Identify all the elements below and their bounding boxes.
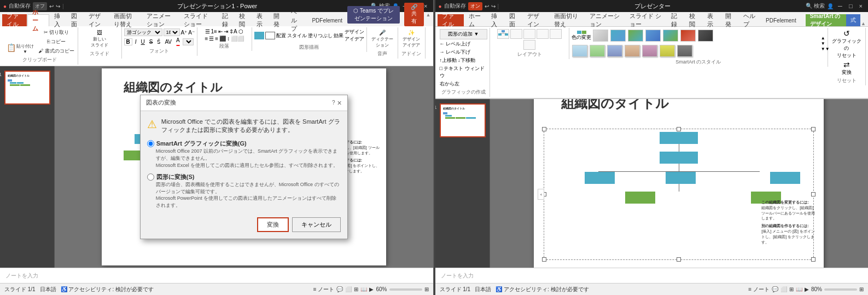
right-notes-btn[interactable]: ≡ ノート bbox=[748, 286, 770, 293]
sa-mid-node[interactable] bbox=[660, 152, 698, 164]
right-comments-btn[interactable]: 💬 bbox=[772, 286, 778, 292]
font-size-select[interactable]: 18 bbox=[164, 28, 180, 36]
ribbon-collapse-btn[interactable]: ▲ bbox=[426, 12, 431, 18]
color-change-btn[interactable]: 色の変更 bbox=[572, 31, 591, 41]
tab-transition-left[interactable]: 画面切り替え bbox=[109, 14, 142, 26]
bullet-btn[interactable]: ☰ bbox=[205, 28, 210, 34]
tab-dev-left[interactable]: 開発 bbox=[269, 14, 286, 26]
layout-swatch-2[interactable] bbox=[510, 29, 522, 39]
right-slide-1-thumbnail[interactable]: 組織図のタイトル bbox=[440, 103, 486, 137]
columns-btn[interactable]: ⬜⬜ bbox=[231, 36, 244, 42]
right-tab-record[interactable]: 記録 bbox=[667, 14, 684, 26]
right-autosave-state[interactable]: オン bbox=[468, 2, 482, 10]
font-case-select[interactable]: Aa bbox=[183, 38, 194, 45]
right-tab-animation[interactable]: アニメーション bbox=[585, 14, 625, 26]
sa-style-12[interactable] bbox=[642, 45, 657, 57]
strikethrough-btn[interactable]: S bbox=[148, 39, 155, 45]
right-tab-dev[interactable]: 開発 bbox=[721, 14, 738, 26]
sa-style-3[interactable] bbox=[628, 30, 643, 42]
option1-radio[interactable] bbox=[147, 140, 154, 147]
layout-swatch-4[interactable] bbox=[537, 29, 549, 39]
sa-style-1[interactable] bbox=[593, 30, 608, 42]
tab-file-left[interactable]: ファイル bbox=[2, 14, 27, 26]
tab-design-left[interactable]: デザイン bbox=[84, 14, 109, 26]
number-btn[interactable]: 1≡ bbox=[211, 28, 217, 34]
sa-style-5[interactable] bbox=[663, 30, 678, 42]
sa-style-10[interactable] bbox=[607, 45, 622, 57]
align-center-btn[interactable]: ☰ bbox=[209, 36, 214, 42]
tab-slideshow-left[interactable]: スライド ショー bbox=[179, 14, 217, 26]
convert-btn[interactable]: 変換 bbox=[257, 217, 289, 232]
option1-label[interactable]: SmartArt グラフィックに変換(G) bbox=[147, 140, 341, 148]
style-scroll[interactable]: ▲ ▼ ▼▼ bbox=[821, 36, 830, 51]
tab-pdf-left[interactable]: PDFelement bbox=[307, 14, 347, 26]
promote-btn[interactable]: → レベル下げ bbox=[440, 49, 488, 56]
left-grid-view-btn[interactable]: ⊞ bbox=[354, 286, 358, 292]
right-minimize-btn[interactable]: ─ bbox=[836, 3, 844, 9]
font-family-select[interactable]: 游ゴシック bbox=[124, 28, 162, 36]
justify-btn[interactable]: ⬛ bbox=[219, 36, 226, 42]
right-tab-insert[interactable]: 挿入 bbox=[487, 14, 504, 26]
tab-review-left[interactable]: 校閲 bbox=[235, 14, 252, 26]
sa-style-8[interactable] bbox=[572, 45, 587, 57]
indent-dec-btn[interactable]: ⇤ bbox=[218, 28, 223, 34]
right-tab-file[interactable]: ファイル bbox=[438, 14, 464, 26]
right-user-icon[interactable]: 👤 bbox=[827, 3, 834, 9]
sa-style-4[interactable] bbox=[645, 30, 661, 42]
right-tab-transition[interactable]: 画面切り替え bbox=[550, 14, 585, 26]
expand-left-btn[interactable]: ‹ bbox=[538, 189, 544, 200]
shape-outline[interactable] bbox=[265, 32, 275, 39]
paste-btn[interactable]: 📋 貼り付け ▼ bbox=[4, 42, 36, 55]
right-normal-view-btn[interactable]: ⬜ bbox=[780, 286, 787, 292]
right-undo-btn[interactable]: ↩ bbox=[485, 3, 489, 9]
font-color-btn[interactable]: A▬ bbox=[174, 37, 182, 47]
option2-label[interactable]: 図形に変換(S) bbox=[147, 173, 341, 181]
tab-animation-left[interactable]: アニメーション bbox=[142, 14, 179, 26]
left-reading-view-btn[interactable]: 📖 bbox=[360, 286, 367, 292]
align-right-btn[interactable]: ≡ bbox=[215, 36, 218, 42]
right-tab-pdf[interactable]: PDFelement bbox=[761, 14, 801, 26]
slide-1-thumbnail[interactable]: 組織図のタイトル bbox=[4, 71, 50, 105]
right-accessibility[interactable]: ♿ アクセシビリティ: 検討が必要です bbox=[496, 286, 589, 293]
right-ribbon-collapse-btn[interactable]: ▲ bbox=[861, 21, 866, 26]
left-zoom-fit-btn[interactable]: ⊞ bbox=[424, 286, 429, 292]
dialog-help-icon[interactable]: ? bbox=[332, 100, 335, 106]
add-bullet-btn[interactable]: ← レベル上げ bbox=[440, 41, 488, 48]
right-close-btn[interactable]: × bbox=[857, 3, 865, 9]
right-tab-slideshow[interactable]: スライド ショー bbox=[625, 14, 666, 26]
left-notes-btn[interactable]: ≡ ノート bbox=[313, 286, 335, 293]
quick-style-btn[interactable]: スタイル bbox=[287, 32, 307, 39]
sa-style-7[interactable] bbox=[698, 30, 713, 42]
shape-rect[interactable] bbox=[254, 32, 264, 39]
convert-btn-right[interactable]: ⇄ 変換 bbox=[842, 60, 852, 76]
right-tab-review[interactable]: 校閲 bbox=[685, 14, 702, 26]
copy-btn[interactable]: ⎘ コピー bbox=[37, 38, 75, 46]
left-slide-canvas[interactable]: 組織図のタイトル この組織図を変更するには: bbox=[102, 68, 386, 265]
right-zoom-fit-btn[interactable]: ⊞ bbox=[859, 286, 864, 292]
right-tab-design[interactable]: デザイン bbox=[523, 14, 549, 26]
undo-btn[interactable]: ↩ bbox=[49, 3, 54, 9]
underline-btn[interactable]: U bbox=[139, 39, 147, 45]
align-left-btn[interactable]: ≡ bbox=[205, 36, 208, 42]
sa-bot-node1[interactable] bbox=[585, 172, 615, 184]
text-direction-btn[interactable]: ⇕A bbox=[229, 28, 237, 34]
tab-formula[interactable]: 式 bbox=[846, 14, 860, 26]
rtl-btn[interactable]: 右から左 bbox=[440, 80, 459, 88]
shape-effect-btn[interactable]: 効果 bbox=[334, 32, 343, 39]
line-spacing-btn[interactable]: ↕ bbox=[227, 36, 230, 42]
redo-btn[interactable]: ↪ bbox=[56, 3, 60, 9]
tab-insert-left[interactable]: 挿入 bbox=[50, 14, 67, 26]
paste-dropdown[interactable]: ▼ bbox=[16, 49, 34, 54]
left-slideshow-btn[interactable]: ▶ bbox=[369, 286, 374, 292]
right-slideshow-btn[interactable]: ▶ bbox=[805, 286, 809, 292]
left-zoom-slider[interactable] bbox=[389, 288, 422, 291]
arrange-btn[interactable]: 配置 bbox=[276, 32, 286, 39]
tab-home-left[interactable]: ホーム bbox=[27, 14, 49, 26]
sa-bot-node2[interactable] bbox=[666, 172, 696, 184]
sa-style-14[interactable] bbox=[677, 45, 692, 57]
bold-btn[interactable]: B bbox=[124, 38, 132, 45]
right-notes[interactable]: ノートを入力 bbox=[435, 268, 869, 283]
font-decrease-btn[interactable]: A⁻ bbox=[188, 30, 195, 36]
shadow-btn[interactable]: S̈ bbox=[155, 39, 162, 45]
tab-record-left[interactable]: 記録 bbox=[218, 14, 235, 26]
